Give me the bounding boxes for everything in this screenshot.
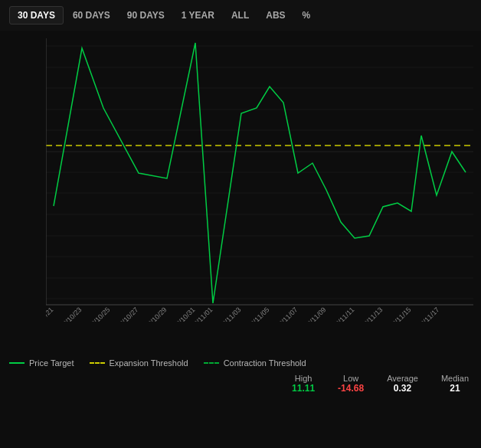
svg-text:2020/11/07: 2020/11/07 bbox=[269, 306, 299, 322]
chart-svg: 10.000% 8.000% 6.000% 4.000% 2.000% 0.00… bbox=[46, 38, 473, 322]
svg-text:2020/10/29: 2020/10/29 bbox=[138, 306, 168, 322]
tab-1year[interactable]: 1 YEAR bbox=[174, 7, 222, 24]
svg-text:2020/11/03: 2020/11/03 bbox=[212, 306, 242, 322]
stat-low-label: Low bbox=[343, 374, 358, 383]
tab-60days[interactable]: 60 DAYS bbox=[65, 7, 118, 24]
stat-high: High 11.11 bbox=[292, 374, 315, 394]
legend-expansion-icon bbox=[90, 362, 105, 364]
svg-text:2020/11/17: 2020/11/17 bbox=[411, 306, 440, 322]
tab-all[interactable]: ALL bbox=[224, 7, 257, 24]
svg-text:2020/11/13: 2020/11/13 bbox=[354, 306, 384, 322]
svg-text:2020/11/11: 2020/11/11 bbox=[326, 306, 355, 322]
legend: Price Target Expansion Threshold Contrac… bbox=[0, 352, 481, 371]
tab-percent[interactable]: % bbox=[295, 7, 319, 24]
legend-contraction-label: Contraction Threshold bbox=[224, 358, 306, 368]
svg-text:2020/10/25: 2020/10/25 bbox=[81, 306, 111, 322]
svg-text:2020/11/05: 2020/11/05 bbox=[240, 306, 270, 322]
legend-price-target: Price Target bbox=[9, 358, 74, 368]
chart-area: 10.000% 8.000% 6.000% 4.000% 2.000% 0.00… bbox=[0, 31, 481, 352]
legend-contraction: Contraction Threshold bbox=[204, 358, 306, 368]
stat-median-label: Median bbox=[441, 374, 469, 383]
tab-30days[interactable]: 30 DAYS bbox=[9, 6, 64, 25]
svg-text:2020/10/23: 2020/10/23 bbox=[53, 306, 83, 322]
svg-text:2020/10/31: 2020/10/31 bbox=[166, 306, 196, 322]
legend-contraction-icon bbox=[204, 362, 219, 364]
stat-high-value: 11.11 bbox=[292, 383, 315, 394]
stat-low-value: -14.68 bbox=[338, 383, 364, 394]
stat-low: Low -14.68 bbox=[338, 374, 364, 394]
tab-90days[interactable]: 90 DAYS bbox=[119, 7, 172, 24]
stat-median: Median 21 bbox=[441, 374, 469, 394]
stat-average-value: 0.32 bbox=[394, 383, 411, 394]
stat-average-label: Average bbox=[387, 374, 418, 383]
stat-high-label: High bbox=[295, 374, 312, 383]
svg-text:2020/11/15: 2020/11/15 bbox=[382, 306, 412, 322]
legend-price-target-icon bbox=[9, 362, 25, 364]
stats-row: High 11.11 Low -14.68 Average 0.32 Media… bbox=[0, 371, 481, 400]
tab-bar: 30 DAYS 60 DAYS 90 DAYS 1 YEAR ALL ABS % bbox=[0, 0, 481, 31]
legend-expansion-label: Expansion Threshold bbox=[110, 358, 188, 368]
svg-text:2020/11/09: 2020/11/09 bbox=[297, 306, 327, 322]
tab-abs[interactable]: ABS bbox=[258, 7, 293, 24]
svg-text:2020/10/21: 2020/10/21 bbox=[46, 306, 54, 322]
legend-expansion: Expansion Threshold bbox=[90, 358, 188, 368]
svg-text:2020/10/27: 2020/10/27 bbox=[110, 306, 139, 322]
legend-price-target-label: Price Target bbox=[29, 358, 74, 368]
price-line bbox=[54, 43, 466, 303]
stat-average: Average 0.32 bbox=[387, 374, 418, 394]
stat-median-value: 21 bbox=[450, 383, 460, 394]
